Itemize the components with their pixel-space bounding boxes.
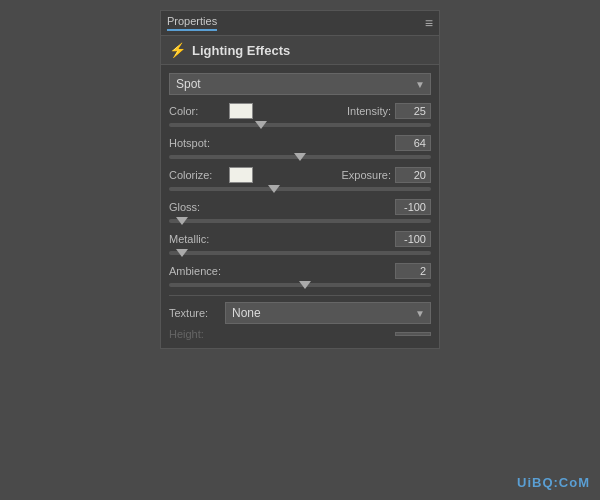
gloss-label: Gloss: bbox=[169, 201, 229, 213]
exposure-slider-thumb[interactable] bbox=[268, 185, 280, 193]
hotspot-row: Hotspot: 64 bbox=[169, 135, 431, 151]
gloss-slider-track[interactable] bbox=[169, 219, 431, 223]
ambience-label: Ambience: bbox=[169, 265, 229, 277]
spot-dropdown[interactable]: Spot Infinite Point bbox=[169, 73, 431, 95]
tab-properties[interactable]: Properties bbox=[167, 15, 217, 31]
gloss-row: Gloss: -100 bbox=[169, 199, 431, 215]
metallic-slider-thumb[interactable] bbox=[176, 249, 188, 257]
colorize-swatch[interactable] bbox=[229, 167, 253, 183]
panel-body: Spot Infinite Point ▼ Color: Intensity: … bbox=[161, 65, 439, 348]
height-value[interactable] bbox=[395, 332, 431, 336]
color-label: Color: bbox=[169, 105, 229, 117]
metallic-label: Metallic: bbox=[169, 233, 229, 245]
colorize-label: Colorize: bbox=[169, 169, 229, 181]
intensity-slider-track[interactable] bbox=[169, 123, 431, 127]
panel-title: Lighting Effects bbox=[192, 43, 290, 58]
intensity-value[interactable]: 25 bbox=[395, 103, 431, 119]
hotspot-slider-row bbox=[169, 155, 431, 159]
intensity-slider-row bbox=[169, 123, 431, 127]
exposure-slider-track[interactable] bbox=[169, 187, 431, 191]
panel-header: ⚡ Lighting Effects bbox=[161, 36, 439, 65]
exposure-value[interactable]: 20 bbox=[395, 167, 431, 183]
intensity-slider-thumb[interactable] bbox=[255, 121, 267, 129]
hotspot-slider-thumb[interactable] bbox=[294, 153, 306, 161]
exposure-label: Exposure: bbox=[341, 169, 391, 181]
texture-dropdown[interactable]: None Red Green Blue Alpha bbox=[225, 302, 431, 324]
ambience-row: Ambience: 2 bbox=[169, 263, 431, 279]
metallic-slider-track[interactable] bbox=[169, 251, 431, 255]
texture-label: Texture: bbox=[169, 307, 219, 319]
metallic-value[interactable]: -100 bbox=[395, 231, 431, 247]
texture-row: Texture: None Red Green Blue Alpha ▼ bbox=[169, 302, 431, 324]
watermark: UiBQ:CoM bbox=[517, 475, 590, 490]
gloss-slider-row bbox=[169, 219, 431, 223]
height-row: Height: bbox=[169, 328, 431, 340]
ambience-slider-thumb[interactable] bbox=[299, 281, 311, 289]
ambience-value[interactable]: 2 bbox=[395, 263, 431, 279]
hotspot-label: Hotspot: bbox=[169, 137, 229, 149]
exposure-slider-row bbox=[169, 187, 431, 191]
spot-dropdown-wrapper[interactable]: Spot Infinite Point ▼ bbox=[169, 73, 431, 95]
ambience-slider-track[interactable] bbox=[169, 283, 431, 287]
metallic-row: Metallic: -100 bbox=[169, 231, 431, 247]
texture-dropdown-wrapper[interactable]: None Red Green Blue Alpha ▼ bbox=[225, 302, 431, 324]
lightning-icon: ⚡ bbox=[169, 42, 186, 58]
spot-dropdown-row: Spot Infinite Point ▼ bbox=[169, 73, 431, 95]
ambience-slider-row bbox=[169, 283, 431, 287]
gloss-slider-thumb[interactable] bbox=[176, 217, 188, 225]
intensity-label: Intensity: bbox=[347, 105, 391, 117]
panel-menu-icon[interactable]: ≡ bbox=[425, 15, 433, 31]
height-label: Height: bbox=[169, 328, 219, 340]
hotspot-slider-track[interactable] bbox=[169, 155, 431, 159]
tab-bar: Properties ≡ bbox=[161, 11, 439, 36]
hotspot-value[interactable]: 64 bbox=[395, 135, 431, 151]
gloss-value[interactable]: -100 bbox=[395, 199, 431, 215]
color-swatch[interactable] bbox=[229, 103, 253, 119]
section-divider bbox=[169, 295, 431, 296]
colorize-exposure-row: Colorize: Exposure: 20 bbox=[169, 167, 431, 183]
properties-panel: Properties ≡ ⚡ Lighting Effects Spot Inf… bbox=[160, 10, 440, 349]
color-intensity-row: Color: Intensity: 25 bbox=[169, 103, 431, 119]
metallic-slider-row bbox=[169, 251, 431, 255]
